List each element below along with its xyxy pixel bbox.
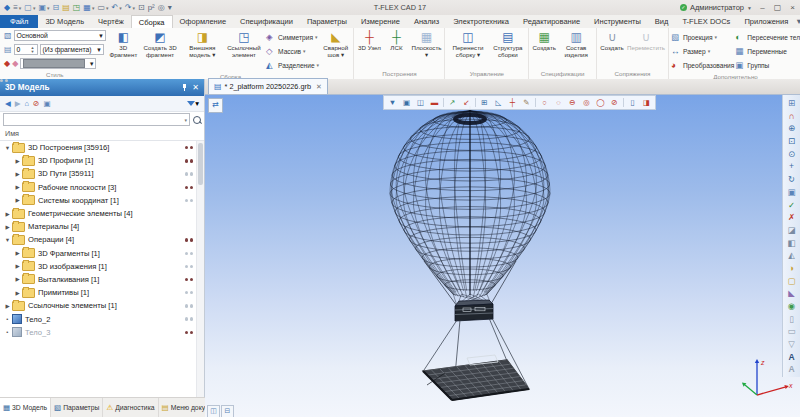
button-симметрия[interactable]: ◈Симметрия▾: [266, 30, 319, 44]
button-создать-3d-фрагмент[interactable]: ◩Создать 3D фрагмент: [138, 28, 182, 59]
zoom-window-icon[interactable]: ⊡: [788, 135, 795, 148]
tree-item[interactable]: ▶3D изображения [1]: [0, 260, 204, 273]
forward-icon[interactable]: ▶: [15, 100, 21, 108]
face-ellipse-icon[interactable]: ◌: [552, 98, 565, 107]
document-tab[interactable]: ▤ * 2_platform 20250226.grb ✕: [208, 78, 328, 94]
visibility-icon[interactable]: [185, 252, 194, 256]
face-sphere-icon[interactable]: ⊘: [608, 98, 621, 107]
expand-icon[interactable]: ▶: [13, 171, 22, 177]
tree-column-header[interactable]: Имя: [0, 127, 204, 141]
tree-item[interactable]: ▶Примитивы [1]: [0, 286, 204, 299]
text-icon[interactable]: A: [788, 363, 794, 376]
expand-icon[interactable]: ▶: [13, 276, 22, 282]
visibility-icon[interactable]: [185, 304, 194, 308]
tree-scrollbar[interactable]: [196, 141, 204, 397]
filter-button[interactable]: ▾: [187, 99, 199, 108]
import-icon[interactable]: ◳: [72, 1, 82, 14]
visibility-icon[interactable]: [185, 186, 194, 190]
button-массив[interactable]: ◇Массив▾: [266, 44, 319, 58]
ribbon-options-icon[interactable]: ▼: [795, 18, 800, 26]
tab-3d-model[interactable]: ▦3D Модель: [0, 398, 51, 417]
split-vertical-icon[interactable]: ⊟: [221, 405, 234, 417]
material-icon[interactable]: ▢: [787, 275, 795, 288]
clip-plane-icon[interactable]: ◭: [788, 249, 795, 262]
app-logo[interactable]: ◆: [3, 1, 11, 14]
style-select[interactable]: Основной▾: [14, 30, 106, 41]
tab-diagnostics[interactable]: ⚠Диагностика: [103, 398, 158, 417]
zoom-in-icon[interactable]: ⊕: [788, 122, 795, 135]
collapse-icon[interactable]: ▼: [3, 145, 12, 151]
viewport-layout-icon[interactable]: ⊞: [788, 97, 795, 110]
visibility-icon[interactable]: [185, 278, 194, 282]
accept-icon[interactable]: ↗: [446, 98, 459, 107]
search-icon[interactable]: [193, 116, 201, 124]
tree-item[interactable]: ▶3D Пути [35911]: [0, 167, 204, 180]
button-3d-узел[interactable]: ┼3D Узел: [356, 28, 382, 52]
expand-icon[interactable]: ▶: [3, 211, 12, 217]
save-icon[interactable]: ▦▾: [82, 1, 95, 14]
tab-оформление[interactable]: Оформление: [173, 15, 234, 28]
search-input[interactable]: ▾: [3, 113, 190, 126]
preview-icon[interactable]: ⊡: [137, 1, 146, 14]
apply-icon[interactable]: ✓: [788, 199, 795, 212]
face-cone-icon[interactable]: ◎: [580, 98, 593, 107]
expand-icon[interactable]: ▶: [13, 290, 22, 296]
tree-item[interactable]: ▶3D Фрагменты [1]: [0, 247, 204, 260]
back-icon[interactable]: ◀: [5, 100, 11, 108]
button-группы[interactable]: ▣Группы: [735, 58, 800, 72]
viewport-corner-button[interactable]: ⇄: [208, 98, 223, 113]
tree-item[interactable]: ▪Тело_3: [0, 326, 204, 339]
tab-parameters[interactable]: ▧Параметры: [51, 398, 103, 417]
user-menu[interactable]: ✓ Администратор ▼: [680, 3, 755, 12]
expand-icon[interactable]: ▶: [13, 184, 22, 190]
button-сварной-шов[interactable]: ◣Сварной шов ▾: [320, 28, 351, 59]
zoom-all-icon[interactable]: ⊙: [788, 148, 795, 161]
reject-icon[interactable]: ↙: [460, 98, 473, 107]
visibility-icon[interactable]: [185, 199, 194, 203]
sheet-icon[interactable]: ▯: [626, 98, 639, 107]
button-лск[interactable]: ┼ЛСК: [383, 28, 409, 52]
tree-item[interactable]: ▶Ссылочные элементы [1]: [0, 299, 204, 312]
new-document-icon[interactable]: ▢▾: [23, 1, 36, 14]
tab-электротехника[interactable]: Электротехника: [446, 15, 516, 28]
tree-item[interactable]: ▼3D Построения [35916]: [0, 141, 204, 154]
lcs-small-icon[interactable]: ┼: [506, 98, 519, 107]
tab-анализ[interactable]: Анализ: [407, 15, 446, 28]
workplane-icon[interactable]: ⊞: [478, 98, 491, 107]
expand-icon[interactable]: ▶: [13, 263, 22, 269]
expand-icon[interactable]: ▶: [13, 250, 22, 256]
formula-icon[interactable]: p²: [147, 1, 156, 14]
text-style-icon[interactable]: A: [788, 351, 794, 364]
sketch-icon[interactable]: ✎: [520, 98, 533, 107]
stop-icon[interactable]: ⊘: [33, 100, 39, 108]
render-icon[interactable]: ◣: [788, 287, 795, 300]
button-создать[interactable]: ∪Создать: [599, 28, 625, 52]
button-разделение[interactable]: ◭Разделение▾: [266, 58, 319, 72]
select-window-icon[interactable]: ▣: [400, 98, 413, 107]
tree-item[interactable]: ▶Геометрические элементы [4]: [0, 207, 204, 220]
rotate-view-icon[interactable]: ↻: [788, 173, 795, 186]
button-структура-сборки[interactable]: ▤Структура сборки: [489, 28, 526, 59]
button-проекция[interactable]: ▧Проекция▾: [671, 30, 734, 44]
close-button[interactable]: ×: [785, 1, 800, 14]
tree-item[interactable]: ▪Тело_2: [0, 312, 204, 325]
button-переменные[interactable]: ▦Переменные: [735, 44, 800, 58]
visibility-icon[interactable]: [185, 238, 194, 242]
close-window-icon[interactable]: ⊟: [52, 1, 61, 14]
visibility-icon[interactable]: [185, 172, 194, 176]
button-перенести-сборку[interactable]: ◫Перенести сборку ▾: [447, 28, 488, 59]
pin-icon[interactable]: [181, 84, 188, 92]
viewport-3d[interactable]: xz ⇄ ▼▣◫▬↗↙⊞◺┼✎○◌⊖◎◯⊘▯◨ ⊞∩⊕⊡⊙+↻▣✓✗◪◧◭◑▢◣…: [205, 95, 800, 417]
button-плоскость[interactable]: ▦Плоскость ▾: [410, 28, 442, 59]
tab-редактирование[interactable]: Редактирование: [516, 15, 587, 28]
button-ссылочный-элемент[interactable]: ◳Ссылочный элемент: [223, 28, 265, 59]
face-torus-icon[interactable]: ◯: [594, 98, 607, 107]
face-circle-icon[interactable]: ○: [538, 98, 551, 107]
axis-icon[interactable]: ◺: [492, 98, 505, 107]
menu-icon[interactable]: ≡▾: [12, 1, 22, 14]
expand-icon[interactable]: ▶: [3, 303, 12, 309]
view-orientation-icon[interactable]: ▣: [787, 186, 795, 199]
undo-icon[interactable]: ↶▾: [110, 1, 122, 14]
tab-приложения[interactable]: Приложения: [737, 15, 795, 28]
home-icon[interactable]: ⌂: [25, 100, 30, 108]
